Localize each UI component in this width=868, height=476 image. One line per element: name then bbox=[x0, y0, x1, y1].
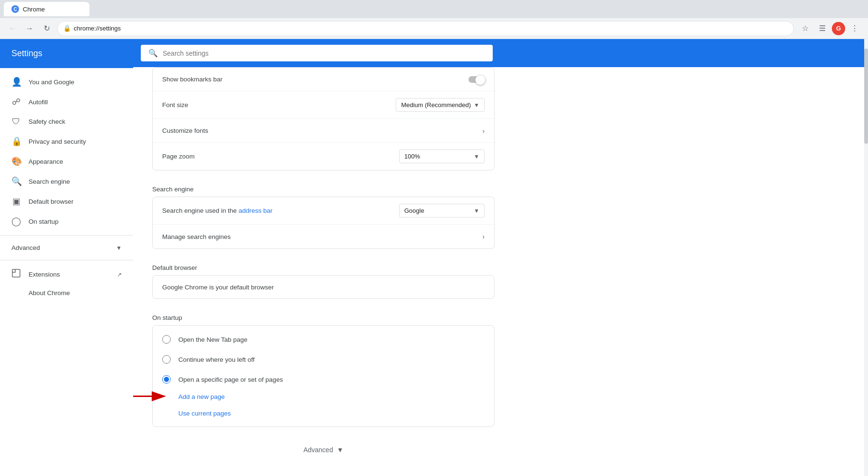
show-bookmarks-toggle[interactable] bbox=[468, 76, 485, 83]
startup-radio-3[interactable] bbox=[162, 375, 171, 384]
search-engine-dropdown-arrow: ▼ bbox=[474, 208, 479, 214]
sidebar-item-safety-check[interactable]: 🛡 Safety check bbox=[0, 112, 133, 131]
font-size-value: Medium (Recommended) bbox=[401, 101, 471, 109]
page-zoom-dropdown-arrow: ▼ bbox=[474, 153, 479, 160]
sidebar-item-you-and-google[interactable]: 👤 You and Google bbox=[0, 72, 133, 92]
search-input[interactable] bbox=[163, 50, 485, 57]
address-bar[interactable]: 🔒 chrome://settings bbox=[57, 21, 794, 36]
nav-divider-2 bbox=[0, 260, 133, 260]
sidebar-header: Settings bbox=[0, 39, 133, 68]
font-size-label: Font size bbox=[162, 101, 396, 109]
search-engine-label: Search engine used in the address bar bbox=[162, 207, 399, 214]
nav-label-advanced: Advanced bbox=[11, 244, 40, 251]
search-engine-control: Google ▼ bbox=[399, 204, 485, 218]
annotation-arrow bbox=[133, 389, 172, 405]
content-scroll[interactable]: 🔍 Show bookmarks bar bbox=[133, 39, 868, 476]
sidebar-item-appearance[interactable]: 🎨 Appearance bbox=[0, 151, 133, 171]
add-new-page-row: Add a new page bbox=[153, 389, 494, 404]
nav-label-autofill: Autofill bbox=[29, 99, 48, 106]
sidebar-item-about-chrome[interactable]: About Chrome bbox=[0, 285, 133, 301]
nav-label-search-engine: Search engine bbox=[29, 178, 70, 185]
nav-label-privacy: Privacy and security bbox=[29, 138, 86, 145]
search-engine-value: Google bbox=[404, 207, 424, 214]
main-wrapper: 🔍 Show bookmarks bar bbox=[133, 39, 868, 476]
sidebar-item-extensions[interactable]: Extensions ↗ bbox=[0, 264, 133, 285]
sidebar-item-search-engine[interactable]: 🔍 Search engine bbox=[0, 171, 133, 191]
privacy-icon: 🔒 bbox=[11, 136, 21, 147]
browser-tab[interactable]: C Chrome bbox=[4, 2, 89, 16]
use-current-pages-row: Use current pages bbox=[153, 404, 494, 423]
back-button[interactable]: ← bbox=[6, 22, 19, 35]
search-input-wrapper: 🔍 bbox=[141, 45, 493, 61]
extensions-icon bbox=[11, 269, 21, 280]
address-text: chrome://settings bbox=[74, 25, 121, 32]
customize-fonts-row[interactable]: Customize fonts › bbox=[153, 119, 494, 143]
font-size-dropdown[interactable]: Medium (Recommended) ▼ bbox=[396, 98, 485, 112]
address-bar-link[interactable]: address bar bbox=[239, 207, 273, 214]
nav-label-about-chrome: About Chrome bbox=[29, 289, 70, 297]
advanced-section-bottom[interactable]: Advanced ▼ bbox=[152, 435, 495, 465]
page-zoom-row: Page zoom 100% ▼ bbox=[153, 143, 494, 170]
scrollbar-track[interactable] bbox=[864, 39, 868, 476]
startup-radio-1[interactable] bbox=[162, 335, 171, 344]
content-inner: Show bookmarks bar Font size Medium (Rec… bbox=[133, 67, 514, 476]
customize-fonts-arrow: › bbox=[482, 127, 485, 135]
advanced-bottom-label: Advanced bbox=[303, 446, 333, 454]
profile-button[interactable]: G bbox=[832, 22, 845, 35]
sidebar-item-autofill[interactable]: ☍ Autofill bbox=[0, 92, 133, 112]
sidebar-item-privacy[interactable]: 🔒 Privacy and security bbox=[0, 131, 133, 151]
search-engine-section-title: Search engine bbox=[152, 178, 495, 197]
use-current-pages-button[interactable]: Use current pages bbox=[178, 408, 231, 419]
nav-divider bbox=[0, 235, 133, 236]
browser-frame: C Chrome ← → ↻ 🔒 chrome://settings ☆ ☰ G… bbox=[0, 0, 868, 476]
shield-icon: 🛡 bbox=[11, 117, 21, 127]
settings-title: Settings bbox=[11, 49, 42, 58]
manage-search-engines-arrow: › bbox=[482, 233, 485, 240]
startup-option-3-row: Open a specific page or set of pages bbox=[153, 369, 494, 389]
default-browser-section-title: Default browser bbox=[152, 257, 495, 275]
font-size-row: Font size Medium (Recommended) ▼ bbox=[153, 91, 494, 119]
search-icon: 🔍 bbox=[11, 176, 21, 187]
person-icon: 👤 bbox=[11, 77, 21, 87]
forward-button[interactable]: → bbox=[23, 22, 36, 35]
sidebar-item-on-startup[interactable]: ◯ On startup bbox=[0, 211, 133, 231]
address-secure-icon: 🔒 bbox=[63, 25, 71, 32]
svg-rect-0 bbox=[12, 269, 20, 277]
nav-label-extensions: Extensions bbox=[29, 271, 60, 278]
browser-titlebar: C Chrome bbox=[0, 0, 868, 18]
font-size-dropdown-arrow: ▼ bbox=[474, 102, 479, 109]
default-browser-card: Google Chrome is your default browser bbox=[152, 275, 495, 299]
appearance-icon: 🎨 bbox=[11, 156, 21, 167]
reload-button[interactable]: ↻ bbox=[40, 22, 53, 35]
startup-radio-2[interactable] bbox=[162, 355, 171, 364]
show-bookmarks-label: Show bookmarks bar bbox=[162, 76, 468, 83]
search-engine-row: Search engine used in the address bar Go… bbox=[153, 197, 494, 225]
nav-label-you-and-google: You and Google bbox=[29, 79, 74, 86]
sidebar-item-advanced[interactable]: Advanced ▼ bbox=[0, 239, 133, 256]
show-bookmarks-control bbox=[468, 76, 485, 83]
manage-search-engines-label: Manage search engines bbox=[162, 233, 482, 240]
search-icon-main: 🔍 bbox=[148, 49, 158, 58]
nav-label-appearance: Appearance bbox=[29, 158, 63, 165]
menu-button[interactable]: ⋮ bbox=[847, 21, 862, 36]
tab-favicon: C bbox=[11, 5, 19, 13]
startup-option-2-label: Continue where you left off bbox=[178, 356, 254, 363]
search-engine-dropdown[interactable]: Google ▼ bbox=[399, 204, 485, 218]
add-new-page-button[interactable]: Add a new page bbox=[178, 391, 225, 402]
scrollbar-thumb[interactable] bbox=[864, 49, 868, 144]
startup-card: Open the New Tab page Continue where you… bbox=[152, 325, 495, 427]
page-zoom-label: Page zoom bbox=[162, 153, 399, 160]
advanced-chevron-icon: ▼ bbox=[337, 446, 343, 454]
manage-search-engines-row[interactable]: Manage search engines › bbox=[153, 225, 494, 248]
browser-toolbar: ← → ↻ 🔒 chrome://settings ☆ ☰ G ⋮ bbox=[0, 18, 868, 39]
page-zoom-dropdown[interactable]: 100% ▼ bbox=[399, 149, 485, 163]
browser-icon: ▣ bbox=[11, 196, 21, 207]
chevron-down-icon: ▼ bbox=[116, 245, 122, 251]
search-engine-card: Search engine used in the address bar Go… bbox=[152, 197, 495, 249]
bookmark-button[interactable]: ☆ bbox=[798, 21, 813, 36]
font-size-control: Medium (Recommended) ▼ bbox=[396, 98, 485, 112]
default-browser-status: Google Chrome is your default browser bbox=[162, 284, 274, 291]
sidebar-item-default-browser[interactable]: ▣ Default browser bbox=[0, 191, 133, 211]
extensions-button[interactable]: ☰ bbox=[815, 21, 830, 36]
nav-label-on-startup: On startup bbox=[29, 218, 59, 225]
